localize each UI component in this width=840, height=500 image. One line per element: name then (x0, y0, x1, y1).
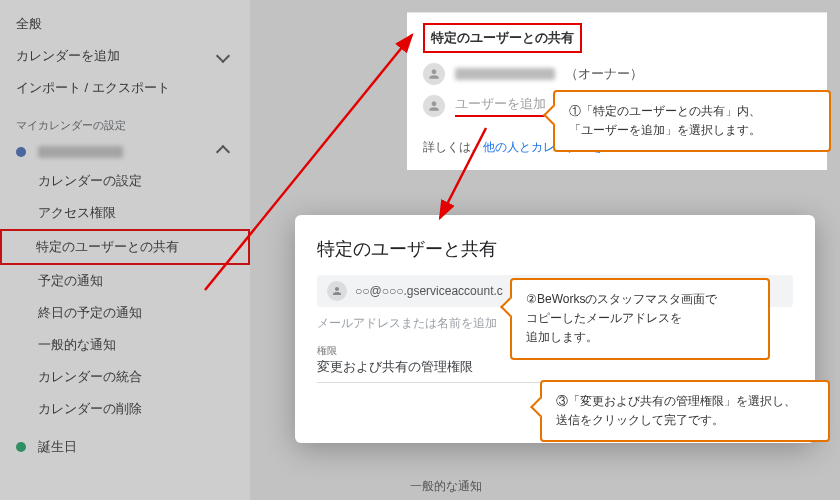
callout-2-text: ②BeWorksのスタッフマスタ画面で コピーしたメールアドレスを 追加します。 (526, 292, 717, 344)
person-icon (327, 281, 347, 301)
callout-1: ①「特定のユーザーとの共有」内、 「ユーザーを追加」を選択します。 (553, 90, 831, 152)
add-user-link[interactable]: ユーザーを追加 (455, 95, 546, 117)
callout-2: ②BeWorksのスタッフマスタ画面で コピーしたメールアドレスを 追加します。 (510, 278, 770, 360)
email-chip-text: ○○@○○○.gserviceaccount.c (355, 284, 503, 298)
more-prefix: 詳しくは、 (423, 140, 483, 154)
callout-3: ③「変更および共有の管理権限」を選択し、 送信をクリックして完了です。 (540, 380, 830, 442)
person-icon (423, 63, 445, 85)
callout-1-text: ①「特定のユーザーとの共有」内、 「ユーザーを追加」を選択します。 (569, 104, 761, 137)
owner-suffix: （オーナー） (565, 65, 643, 83)
owner-name-blurred (455, 68, 555, 80)
callout-3-text: ③「変更および共有の管理権限」を選択し、 送信をクリックして完了です。 (556, 394, 796, 427)
dialog-title: 特定のユーザーと共有 (295, 237, 815, 275)
share-panel-title: 特定のユーザーとの共有 (423, 23, 582, 53)
permission-value: 変更および共有の管理権限 (317, 358, 793, 376)
person-icon (423, 95, 445, 117)
share-owner-row: （オーナー） (423, 63, 811, 85)
